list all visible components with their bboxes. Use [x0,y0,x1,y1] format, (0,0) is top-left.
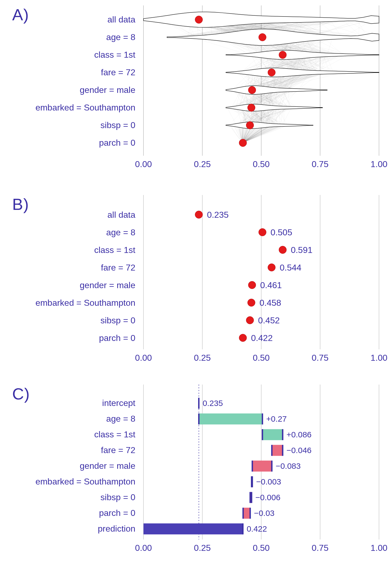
xtick-a-2: 0.50 [253,159,270,169]
ylabel-a-3: fare = 72 [101,67,135,77]
barlabel-c-5: −0.003 [256,477,281,486]
bar-c-2 [262,429,283,440]
barlabel-c-3: −0.046 [286,446,312,455]
ylabel-a-4: gender = male [80,85,135,95]
xtick-a-4: 1.00 [371,159,387,169]
xtick-a-3: 0.75 [312,159,328,169]
ylabel-c-5: embarked = Southampton [35,477,135,486]
xtick-a-1: 0.25 [194,159,211,169]
ylabel-b-3: fare = 72 [101,263,135,272]
point-a-2 [279,51,286,59]
xtick-b-4: 1.00 [371,353,387,363]
ylabel-b-5: embarked = Southampton [35,298,135,308]
point-b-5 [247,299,255,307]
chart-a: all dataage = 8class = 1stfare = 72gende… [0,3,392,181]
ylabel-c-3: fare = 72 [101,445,135,455]
chart-c: intercept0.235age = 8+0.27class = 1st+0.… [0,382,392,561]
chart-b: 0.235all data0.505age = 80.591class = 1s… [0,192,392,371]
point-b-6 [246,317,254,324]
point-a-4 [248,86,256,94]
ylabel-c-6: sibsp = 0 [100,492,135,502]
value-b-3: 0.544 [280,263,301,272]
point-b-3 [268,264,275,271]
ylabel-a-2: class = 1st [94,50,135,60]
page: A) B) C) all dataage = 8class = 1stfare … [0,0,392,566]
ylabel-a-6: sibsp = 0 [100,120,135,130]
value-b-2: 0.591 [291,245,312,255]
ylabel-c-7: parch = 0 [99,508,135,518]
xtick-c-1: 0.25 [194,543,211,553]
xtick-c-2: 0.50 [253,543,270,553]
bar-c-7 [243,508,250,519]
ylabel-a-1: age = 8 [106,32,135,42]
value-b-7: 0.422 [251,333,273,343]
xtick-b-0: 0.00 [135,353,152,363]
barlabel-c-0: 0.235 [202,399,223,408]
ylabel-a-5: embarked = Southampton [35,103,135,112]
value-b-0: 0.235 [207,210,228,220]
barlabel-c-4: −0.083 [276,461,301,470]
barlabel-c-8: 0.422 [247,524,267,533]
xtick-c-3: 0.75 [312,543,328,553]
point-a-7 [239,139,247,147]
value-b-4: 0.461 [260,280,282,290]
ylabel-b-4: gender = male [80,280,135,290]
barlabel-c-7: −0.03 [254,509,275,518]
point-a-0 [195,16,202,24]
bar-c-3 [272,445,283,456]
ylabel-b-2: class = 1st [94,245,135,255]
xtick-b-1: 0.25 [194,353,211,363]
value-b-1: 0.505 [270,227,292,237]
point-b-7 [239,334,247,342]
barlabel-c-2: +0.086 [286,430,312,439]
bar-c-4 [252,461,272,472]
ylabel-a-0: all data [107,15,135,24]
bar-c-1 [199,414,262,425]
xtick-a-0: 0.00 [135,159,152,169]
ylabel-b-7: parch = 0 [99,333,135,343]
point-a-6 [246,122,254,129]
point-a-1 [259,34,266,41]
xtick-c-0: 0.00 [135,543,152,553]
point-b-0 [195,211,202,219]
point-b-1 [259,229,266,236]
ylabel-c-2: class = 1st [94,430,135,439]
point-a-3 [268,69,275,76]
barlabel-c-6: −0.006 [255,493,280,502]
ylabel-c-1: age = 8 [106,414,135,424]
xtick-c-4: 1.00 [371,543,387,553]
ylabel-b-6: sibsp = 0 [100,315,135,325]
value-b-5: 0.458 [259,298,281,308]
ylabel-c-8: prediction [98,524,135,534]
value-b-6: 0.452 [258,315,280,325]
ylabel-c-4: gender = male [80,461,135,471]
bar-prediction [143,523,243,535]
point-a-5 [247,104,255,112]
ylabel-b-0: all data [107,210,135,220]
point-b-2 [279,246,286,254]
ylabel-a-7: parch = 0 [99,138,135,148]
point-b-4 [248,281,256,289]
ylabel-c-0: intercept [102,398,135,408]
xtick-b-2: 0.50 [253,353,270,363]
ylabel-b-1: age = 8 [106,227,135,237]
xtick-b-3: 0.75 [312,353,328,363]
barlabel-c-1: +0.27 [266,414,287,423]
